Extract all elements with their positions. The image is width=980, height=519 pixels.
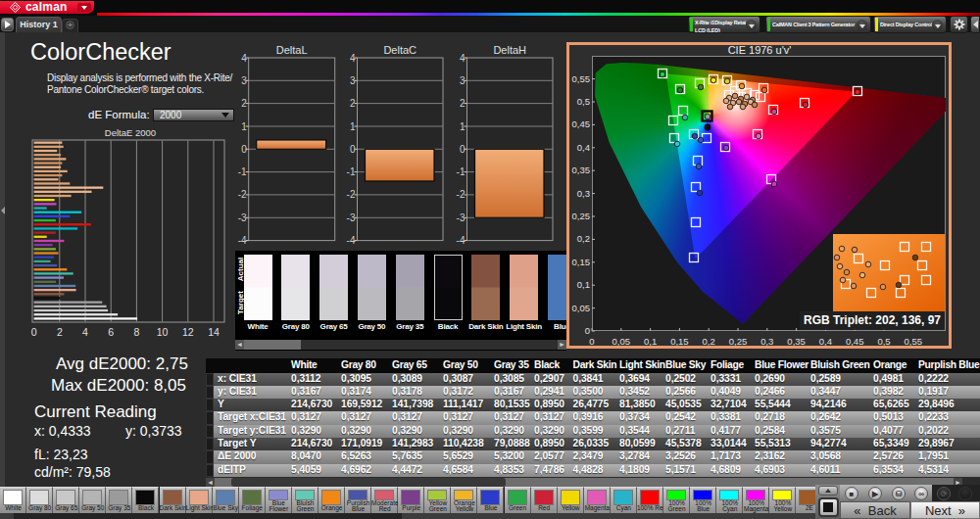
svg-text:0: 0 [31,326,37,338]
svg-text:0,55: 0,55 [572,73,591,84]
svg-text:DeltaE 2000: DeltaE 2000 [105,127,156,138]
svg-text:0,5: 0,5 [877,336,890,347]
svg-text:0,2: 0,2 [577,233,590,244]
svg-text:0,45: 0,45 [846,336,864,347]
svg-text:4: 4 [82,326,88,338]
svg-text:0,55: 0,55 [905,336,923,347]
svg-text:0,4: 0,4 [819,336,832,347]
svg-text:0,25: 0,25 [729,336,748,347]
svg-text:0,15: 0,15 [572,257,591,267]
svg-text:0,1: 0,1 [577,279,590,290]
svg-text:DeltaH: DeltaH [493,44,526,56]
svg-text:0,05: 0,05 [572,303,591,313]
svg-text:0,3: 0,3 [577,188,590,199]
svg-text:6: 6 [108,326,114,338]
svg-text:0,35: 0,35 [572,165,591,175]
svg-text:0,1: 0,1 [644,336,657,347]
svg-text:0,3: 0,3 [760,336,773,347]
svg-text:0: 0 [585,325,590,336]
svg-text:0,05: 0,05 [612,336,631,347]
svg-text:0: 0 [589,336,594,347]
svg-text:14: 14 [208,326,220,338]
svg-text:0,45: 0,45 [572,118,591,129]
svg-text:0,35: 0,35 [787,336,806,347]
svg-text:0,2: 0,2 [703,336,715,347]
svg-text:8: 8 [133,326,139,338]
svg-text:DeltaL: DeltaL [276,44,308,56]
svg-text:10: 10 [157,326,169,338]
svg-text:0,15: 0,15 [670,336,689,347]
svg-text:12: 12 [182,326,194,338]
svg-text:0,25: 0,25 [572,211,591,221]
svg-text:0,5: 0,5 [577,96,590,107]
svg-text:DeltaC: DeltaC [383,44,416,56]
svg-text:0,4: 0,4 [577,142,590,153]
svg-text:2: 2 [57,326,63,338]
